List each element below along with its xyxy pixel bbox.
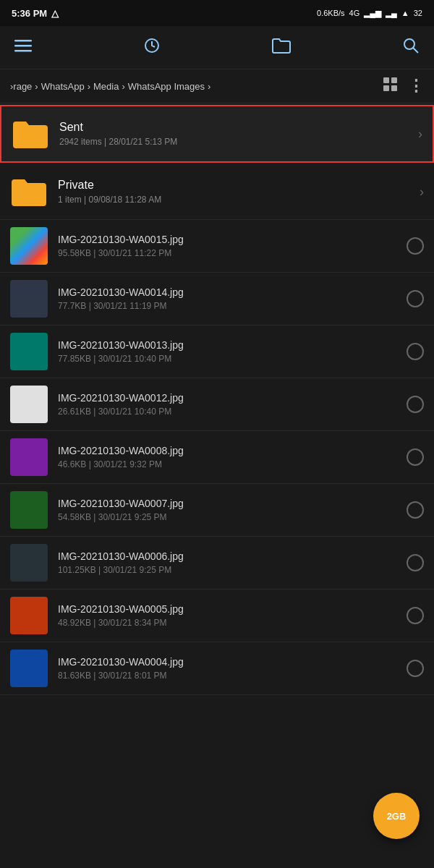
file-info-1: IMG-20210130-WA0014.jpg 77.7KB | 30/01/2…: [58, 286, 401, 311]
file-thumb-5: [10, 491, 48, 529]
file-thumb-2: [10, 333, 48, 370]
file-checkbox-0[interactable]: [407, 237, 424, 255]
file-meta-5: 54.58KB | 30/01/21 9:25 PM: [58, 512, 401, 522]
history-icon[interactable]: [143, 37, 161, 59]
svg-rect-9: [391, 85, 397, 91]
folder-thumb-private: [10, 173, 48, 210]
file-item-8[interactable]: IMG-20210130-WA0004.jpg 81.63KB | 30/01/…: [0, 642, 434, 695]
file-name-7: IMG-20210130-WA0005.jpg: [58, 603, 401, 615]
file-thumb-1: [10, 280, 48, 318]
file-item-7[interactable]: IMG-20210130-WA0005.jpg 48.92KB | 30/01/…: [0, 590, 434, 642]
status-left: 5:36 PM △: [12, 8, 59, 19]
file-checkbox-3[interactable]: [407, 396, 424, 413]
file-item-1[interactable]: IMG-20210130-WA0014.jpg 77.7KB | 30/01/2…: [0, 273, 434, 326]
file-item-0[interactable]: IMG-20210130-WA0015.jpg 95.58KB | 30/01/…: [0, 220, 434, 273]
folder-item-private[interactable]: Private 1 item | 09/08/18 11:28 AM ›: [0, 164, 434, 220]
file-thumb-0: [10, 227, 48, 265]
file-name-2: IMG-20210130-WA0013.jpg: [58, 339, 401, 351]
svg-rect-8: [383, 85, 389, 91]
folder-meta-private: 1 item | 09/08/18 11:28 AM: [58, 195, 420, 205]
file-item-3[interactable]: IMG-20210130-WA0012.jpg 26.61KB | 30/01/…: [0, 378, 434, 431]
svg-rect-0: [14, 40, 32, 42]
file-meta-0: 95.58KB | 30/01/21 11:22 PM: [58, 248, 401, 258]
signal-bars-2: ▂▄: [386, 9, 397, 18]
file-meta-8: 81.63KB | 30/01/21 8:01 PM: [58, 671, 401, 681]
file-item-2[interactable]: IMG-20210130-WA0013.jpg 77.85KB | 30/01/…: [0, 326, 434, 378]
file-meta-3: 26.61KB | 30/01/21 10:40 PM: [58, 407, 401, 417]
network-type: 4G: [349, 9, 360, 17]
file-meta-6: 101.25KB | 30/01/21 9:25 PM: [58, 565, 401, 575]
file-thumb-6: [10, 544, 48, 582]
file-checkbox-6[interactable]: [407, 554, 424, 571]
fab-label: 2GB: [387, 811, 407, 822]
file-meta-7: 48.92KB | 30/01/21 8:34 PM: [58, 618, 401, 628]
file-name-5: IMG-20210130-WA0007.jpg: [58, 498, 401, 509]
storage-fab[interactable]: 2GB: [373, 793, 420, 839]
file-meta-1: 77.7KB | 30/01/21 11:19 PM: [58, 301, 401, 311]
status-right: 0.6KB/s 4G ▂▄▆ ▂▄ ▲ 32: [317, 9, 422, 18]
menu-icon[interactable]: [14, 38, 32, 57]
file-item-4[interactable]: IMG-20210130-WA0008.jpg 46.6KB | 30/01/2…: [0, 431, 434, 484]
breadcrumb-bar: ›rage › WhatsApp › Media › WhatsApp Imag…: [0, 69, 434, 103]
time: 5:36 PM: [12, 8, 47, 19]
file-name-8: IMG-20210130-WA0004.jpg: [58, 656, 401, 668]
svg-line-5: [413, 48, 418, 53]
folder-name-sent: Sent: [59, 121, 418, 134]
file-thumb-8: [10, 650, 48, 687]
file-meta-2: 77.85KB | 30/01/21 10:40 PM: [58, 354, 401, 364]
chevron-right-icon: ›: [418, 127, 422, 142]
file-thumb-4: [10, 438, 48, 476]
grid-view-icon[interactable]: [383, 77, 398, 95]
folder-name-private: Private: [58, 179, 420, 192]
folder-info-sent: Sent 2942 items | 28/01/21 5:13 PM: [59, 121, 418, 147]
breadcrumb-path[interactable]: ›rage › WhatsApp › Media › WhatsApp Imag…: [10, 81, 376, 92]
svg-rect-1: [14, 45, 32, 47]
folder-icon[interactable]: [272, 38, 291, 58]
folder-meta-sent: 2942 items | 28/01/21 5:13 PM: [59, 137, 418, 147]
file-name-6: IMG-20210130-WA0006.jpg: [58, 550, 401, 562]
file-info-2: IMG-20210130-WA0013.jpg 77.85KB | 30/01/…: [58, 339, 401, 364]
drive-icon: △: [51, 8, 59, 19]
file-info-0: IMG-20210130-WA0015.jpg 95.58KB | 30/01/…: [58, 234, 401, 258]
breadcrumb-rage[interactable]: ›rage: [10, 81, 32, 92]
search-icon[interactable]: [402, 37, 420, 59]
folder-info-private: Private 1 item | 09/08/18 11:28 AM: [58, 179, 420, 205]
svg-rect-2: [14, 50, 32, 52]
file-checkbox-4[interactable]: [407, 448, 424, 466]
file-thumb-3: [10, 386, 48, 423]
folder-thumb-sent: [12, 115, 49, 153]
file-item-6[interactable]: IMG-20210130-WA0006.jpg 101.25KB | 30/01…: [0, 537, 434, 590]
file-name-1: IMG-20210130-WA0014.jpg: [58, 286, 401, 298]
chevron-right-icon-2: ›: [420, 184, 424, 200]
file-checkbox-1[interactable]: [407, 290, 424, 307]
file-name-4: IMG-20210130-WA0008.jpg: [58, 445, 401, 456]
network-speed: 0.6KB/s: [317, 9, 345, 17]
signal-bars: ▂▄▆: [364, 9, 381, 18]
file-info-4: IMG-20210130-WA0008.jpg 46.6KB | 30/01/2…: [58, 445, 401, 469]
file-list: Sent 2942 items | 28/01/21 5:13 PM › Pri…: [0, 105, 434, 695]
file-checkbox-7[interactable]: [407, 607, 424, 624]
file-thumb-7: [10, 597, 48, 634]
more-options-icon[interactable]: ⋮: [408, 77, 424, 95]
file-info-3: IMG-20210130-WA0012.jpg 26.61KB | 30/01/…: [58, 392, 401, 417]
breadcrumb-media[interactable]: Media: [93, 81, 119, 92]
breadcrumb-actions: ⋮: [383, 77, 424, 95]
file-checkbox-5[interactable]: [407, 501, 424, 519]
file-item-5[interactable]: IMG-20210130-WA0007.jpg 54.58KB | 30/01/…: [0, 484, 434, 537]
file-checkbox-8[interactable]: [407, 660, 424, 677]
breadcrumb-current[interactable]: WhatsApp Images: [128, 81, 205, 92]
file-info-5: IMG-20210130-WA0007.jpg 54.58KB | 30/01/…: [58, 498, 401, 522]
folder-item-sent[interactable]: Sent 2942 items | 28/01/21 5:13 PM ›: [0, 105, 434, 163]
wifi-icon: ▲: [401, 9, 409, 17]
file-info-7: IMG-20210130-WA0005.jpg 48.92KB | 30/01/…: [58, 603, 401, 628]
breadcrumb-whatsapp[interactable]: WhatsApp: [41, 81, 85, 92]
nav-bar: [0, 26, 434, 69]
file-info-8: IMG-20210130-WA0004.jpg 81.63KB | 30/01/…: [58, 656, 401, 681]
svg-rect-6: [383, 77, 389, 83]
file-checkbox-2[interactable]: [407, 343, 424, 360]
svg-rect-7: [391, 77, 397, 83]
file-name-3: IMG-20210130-WA0012.jpg: [58, 392, 401, 404]
status-bar: 5:36 PM △ 0.6KB/s 4G ▂▄▆ ▂▄ ▲ 32: [0, 0, 434, 26]
file-meta-4: 46.6KB | 30/01/21 9:32 PM: [58, 459, 401, 469]
svg-point-4: [404, 39, 414, 49]
